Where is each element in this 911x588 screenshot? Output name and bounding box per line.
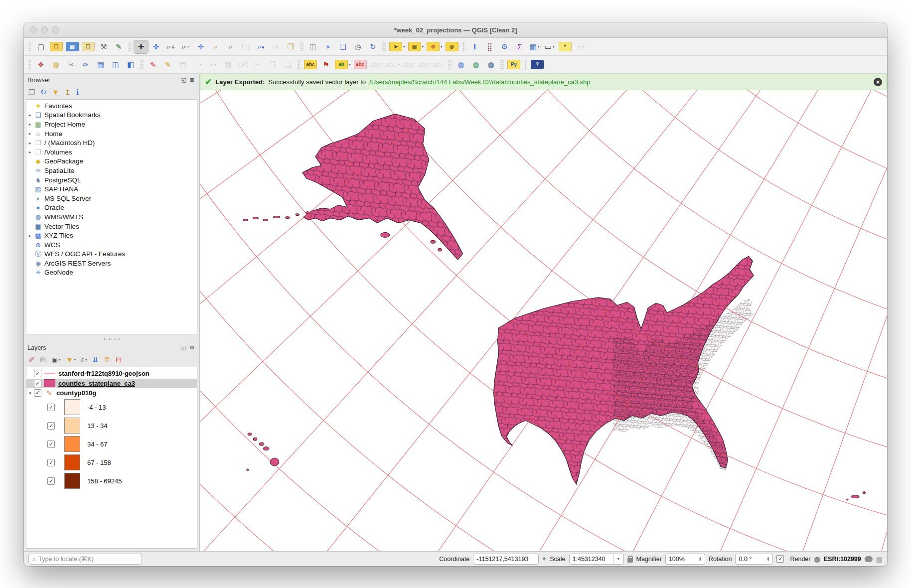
- toggle-unplaced-labels-button[interactable]: abc: [352, 58, 368, 72]
- lock-scale-icon[interactable]: [627, 558, 633, 563]
- style-manager-button[interactable]: ✎: [111, 40, 126, 54]
- legend-class-checkbox[interactable]: ✓: [47, 404, 55, 411]
- browser-item-geopackage[interactable]: ◆GeoPackage: [26, 157, 197, 166]
- expand-arrow-icon[interactable]: ▸: [26, 141, 33, 146]
- spinner-arrows-icon[interactable]: ▲▼: [699, 557, 702, 562]
- filter-by-expression-icon[interactable]: ε▾: [81, 356, 87, 364]
- map-tips-button[interactable]: ❝: [557, 40, 573, 54]
- pan-to-selection-button[interactable]: ✜: [149, 40, 163, 54]
- web-add-service-button[interactable]: ◍: [454, 58, 468, 72]
- layer-item-counties-stateplane-ca3[interactable]: ✓counties_stateplane_ca3: [26, 379, 197, 389]
- new-print-layout-button[interactable]: ❒: [80, 40, 96, 54]
- filter-by-expression-dropdown[interactable]: ▾: [85, 358, 87, 362]
- layer-item-stanford-fr122tq8910-geojson[interactable]: ✓stanford-fr122tq8910-geojson: [26, 369, 197, 379]
- bookmark-editor-button[interactable]: ❏: [335, 40, 350, 54]
- expand-all-icon[interactable]: ⇊: [93, 356, 99, 364]
- new-spatialite-layer-button[interactable]: ✑: [78, 58, 93, 72]
- pin-labels-button[interactable]: ab▾: [333, 58, 352, 72]
- new-map-view-button[interactable]: ❒: [283, 40, 298, 54]
- coordinate-input[interactable]: -1151217,5413193: [473, 554, 539, 565]
- layer-diagram-button[interactable]: ⚑: [318, 58, 333, 72]
- zoom-to-selection-button[interactable]: ⌕: [208, 40, 223, 54]
- layer-checkbox[interactable]: ✓: [34, 389, 41, 397]
- help-contents-button[interactable]: ?: [529, 58, 545, 72]
- filter-browser-icon[interactable]: ▼: [52, 88, 59, 96]
- filter-legend-icon[interactable]: ▼▾: [66, 356, 76, 364]
- spinner-arrows-icon[interactable]: ▲▼: [767, 557, 770, 562]
- attribute-table-button[interactable]: ▦▾: [527, 40, 542, 54]
- notifications-icon[interactable]: ▤: [876, 555, 883, 563]
- browser-item-arcgis-rest-servers[interactable]: ◉ArcGIS REST Servers: [26, 259, 197, 268]
- field-calculator-button[interactable]: ⣿: [482, 40, 497, 54]
- refresh-map-button[interactable]: ↻: [365, 40, 380, 54]
- browser-item-macintosh-hd[interactable]: ▸❒/ (Macintosh HD): [26, 138, 197, 147]
- metasearch-button[interactable]: ◍: [483, 58, 498, 72]
- add-layer-icon[interactable]: ❒: [28, 88, 35, 96]
- layer-item-countyp010g[interactable]: ▾✓✎countyp010g: [26, 388, 197, 398]
- identify-features-button[interactable]: ℹ: [467, 40, 482, 54]
- select-features-dropdown[interactable]: ▾: [403, 45, 405, 49]
- browser-item-wfs-ogc-api-features[interactable]: ⓋWFS / OGC API - Features: [26, 250, 197, 259]
- save-project-button[interactable]: ▤: [64, 40, 80, 54]
- messages-icon[interactable]: [865, 556, 873, 562]
- zoom-last-button[interactable]: ⌕◂: [253, 40, 268, 54]
- measure-line-dropdown[interactable]: ▾: [553, 45, 555, 49]
- attribute-table-dropdown[interactable]: ▾: [538, 45, 540, 49]
- manage-map-themes-icon[interactable]: ◉▾: [51, 356, 60, 364]
- crs-code[interactable]: ESRI:102999: [824, 556, 861, 563]
- new-geopackage-layer-button[interactable]: ◍: [48, 58, 63, 72]
- new-virtual-layer-button[interactable]: ▦: [93, 58, 108, 72]
- processing-toolbox-button[interactable]: ⚙: [497, 40, 512, 54]
- legend-class-checkbox[interactable]: ✓: [47, 441, 55, 448]
- expand-arrow-icon[interactable]: ▸: [26, 149, 33, 154]
- measure-line-button[interactable]: ▭▾: [542, 40, 557, 54]
- browser-item-home[interactable]: ▸⌂Home: [26, 129, 197, 139]
- browser-item-spatialite[interactable]: ✑SpatiaLite: [26, 166, 197, 175]
- data-source-manager-button[interactable]: ❖: [33, 58, 48, 72]
- zoom-in-button[interactable]: ⌕+: [163, 40, 178, 54]
- show-spatial-bookmarks-button[interactable]: ⌖: [320, 40, 335, 54]
- browser-item-oracle[interactable]: ●Oracle: [26, 203, 197, 213]
- render-checkbox[interactable]: ✓: [776, 555, 784, 563]
- pin-labels-dropdown[interactable]: ▾: [349, 63, 351, 67]
- zoom-full-extent-button[interactable]: ✛: [193, 40, 208, 54]
- select-by-radius-button[interactable]: ◎: [444, 40, 460, 54]
- deselect-features-dropdown[interactable]: ▾: [441, 45, 443, 49]
- open-project-button[interactable]: ❒: [48, 40, 64, 54]
- manage-map-themes-dropdown[interactable]: ▾: [59, 358, 60, 362]
- locate-search-input[interactable]: ⌕ Type to locate (⌘K): [28, 554, 142, 565]
- toggle-editing-button[interactable]: ✎: [160, 58, 175, 72]
- expand-arrow-icon[interactable]: ▸: [26, 233, 33, 238]
- geocoder-dropdown[interactable]: ▾: [582, 45, 584, 49]
- expand-arrow-icon[interactable]: ▸: [26, 113, 33, 118]
- browser-item-xyz-tiles[interactable]: ▸▩XYZ Tiles: [26, 231, 197, 240]
- extents-icon[interactable]: ⌖: [542, 555, 546, 563]
- zoom-out-button[interactable]: ⌕−: [178, 40, 193, 54]
- properties-info-icon[interactable]: ℹ: [76, 88, 79, 96]
- add-group-icon[interactable]: ⊞: [40, 356, 46, 364]
- new-shapefile-layer-button[interactable]: ✂: [63, 58, 78, 72]
- new-3d-map-view-button[interactable]: ◫: [305, 40, 320, 54]
- legend-class-checkbox[interactable]: ✓: [47, 477, 55, 485]
- close-panel-icon[interactable]: ⊠: [188, 77, 196, 84]
- filter-legend-dropdown[interactable]: ▾: [74, 358, 76, 362]
- select-features-by-value-button[interactable]: ▤▾: [407, 40, 426, 54]
- add-feature-dropdown[interactable]: ▾: [200, 63, 202, 67]
- map-canvas[interactable]: [200, 90, 887, 551]
- crs-globe-icon[interactable]: ◍: [814, 555, 820, 563]
- close-message-icon[interactable]: ×: [874, 78, 882, 86]
- current-edits-button[interactable]: ✎: [146, 58, 160, 72]
- exported-file-link[interactable]: /Users/maples/Scratch/144 Labs/Week 02/d…: [369, 78, 590, 86]
- browser-item-volumes[interactable]: ▸❒/Volumes: [26, 147, 197, 157]
- python-console-button[interactable]: Py: [506, 58, 522, 72]
- chevron-down-icon[interactable]: ▼: [613, 554, 620, 564]
- float-panel-icon[interactable]: ◱: [180, 344, 188, 351]
- legend-class-checkbox[interactable]: ✓: [47, 422, 55, 430]
- expand-arrow-icon[interactable]: ▸: [26, 122, 33, 127]
- remove-layer-icon[interactable]: ⊟: [116, 356, 122, 364]
- layer-checkbox[interactable]: ✓: [34, 380, 41, 387]
- zoom-to-layer-button[interactable]: ⌕: [223, 40, 238, 54]
- layer-labeling-button[interactable]: abc: [303, 58, 318, 72]
- select-features-button[interactable]: ➤▾: [388, 40, 407, 54]
- browser-item-spatial-bookmarks[interactable]: ▸❏Spatial Bookmarks: [26, 111, 197, 120]
